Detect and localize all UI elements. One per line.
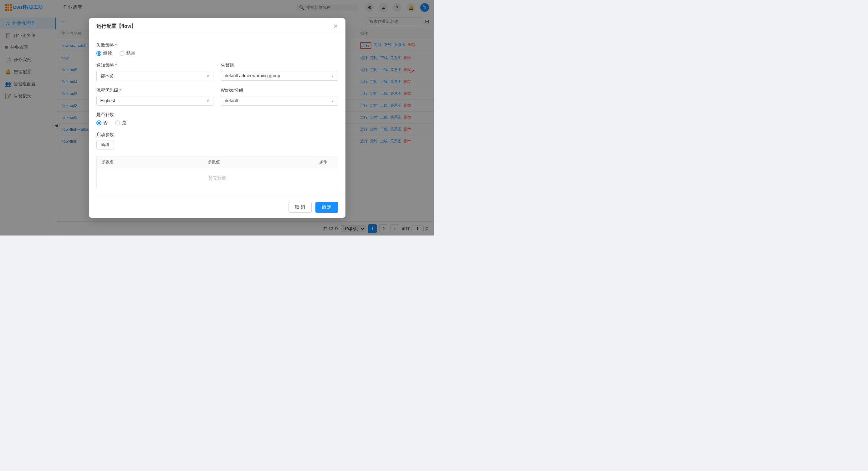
confirm-button[interactable]: 确 定: [315, 202, 338, 213]
alert-group-select[interactable]: default admin warning group ∨: [221, 71, 338, 81]
priority-label: 流程优先级 *: [96, 88, 213, 93]
add-param-button[interactable]: 新增: [96, 140, 114, 149]
worker-group-arrow: ∨: [331, 99, 334, 103]
failure-continue-label: 继续: [103, 51, 112, 56]
complement-radio-group: 否 是: [96, 120, 338, 126]
failure-continue-option[interactable]: 继续: [96, 51, 112, 56]
modal-overlay[interactable]: 运行配置【flow】 ✕ 失败策略 * 继续 结束: [0, 0, 434, 236]
params-col-name-header: 参数名: [102, 159, 208, 165]
worker-group-select[interactable]: default ∨: [221, 96, 338, 106]
params-table-header: 参数名 参数值 操作: [97, 156, 338, 168]
failure-required-mark: *: [115, 43, 117, 48]
modal-title: 运行配置【flow】: [96, 23, 136, 30]
cancel-button[interactable]: 取 消: [288, 202, 312, 213]
failure-policy-section: 失败策略 * 继续 结束: [96, 42, 338, 56]
complement-no-radio[interactable]: [96, 121, 101, 126]
complement-yes-option[interactable]: 是: [115, 120, 126, 126]
complement-no-label: 否: [103, 120, 107, 126]
complement-yes-label: 是: [122, 120, 126, 126]
failure-policy-radio-group: 继续 结束: [96, 51, 338, 56]
notify-policy-label: 通知策略 *: [96, 63, 213, 68]
complement-label: 是否补数: [96, 112, 338, 117]
startup-params-section: 启动参数 新增: [96, 132, 338, 149]
complement-yes-radio[interactable]: [115, 121, 120, 126]
failure-end-option[interactable]: 结束: [120, 51, 135, 56]
modal-close-button[interactable]: ✕: [333, 24, 338, 29]
notify-required-mark: *: [115, 63, 117, 68]
complement-no-option[interactable]: 否: [96, 120, 107, 126]
notify-policy-value: 都不发: [100, 73, 114, 79]
params-col-val-header: 参数值: [208, 159, 314, 165]
priority-worker-row: 流程优先级 * Highest ∨ Worker分组 default ∨: [96, 88, 338, 106]
failure-end-radio[interactable]: [120, 51, 125, 56]
priority-col: 流程优先级 * Highest ∨: [96, 88, 213, 106]
failure-continue-radio[interactable]: [96, 51, 101, 56]
alert-group-col: 告警组 default admin warning group ∨: [221, 63, 338, 81]
priority-value: Highest: [100, 98, 115, 103]
modal: 运行配置【flow】 ✕ 失败策略 * 继续 结束: [89, 18, 345, 218]
modal-header: 运行配置【flow】 ✕: [89, 18, 345, 35]
params-table: 参数名 参数值 操作 暂无数据: [96, 156, 338, 189]
startup-params-label: 启动参数: [96, 132, 338, 138]
notify-policy-arrow: ∨: [207, 74, 209, 78]
params-empty-text: 暂无数据: [97, 168, 338, 189]
worker-group-col: Worker分组 default ∨: [221, 88, 338, 106]
priority-arrow: ∨: [207, 99, 209, 103]
notify-alert-row: 通知策略 * 都不发 ∨ 告警组 default admin warning g…: [96, 63, 338, 81]
params-col-ops-header: 操作: [314, 159, 333, 165]
complement-section: 是否补数 否 是: [96, 112, 338, 126]
alert-group-value: default admin warning group: [225, 73, 280, 78]
worker-group-label: Worker分组: [221, 88, 338, 93]
notify-policy-col: 通知策略 * 都不发 ∨: [96, 63, 213, 81]
failure-end-label: 结束: [126, 51, 135, 56]
modal-footer: 取 消 确 定: [89, 197, 345, 218]
priority-select[interactable]: Highest ∨: [96, 96, 213, 106]
alert-group-arrow: ∨: [331, 73, 334, 78]
modal-body: 失败策略 * 继续 结束 通知: [89, 35, 345, 197]
worker-group-value: default: [225, 98, 238, 103]
failure-policy-label: 失败策略 *: [96, 42, 338, 48]
notify-policy-select[interactable]: 都不发 ∨: [96, 71, 213, 81]
alert-group-label: 告警组: [221, 63, 338, 68]
priority-required-mark: *: [120, 88, 121, 93]
